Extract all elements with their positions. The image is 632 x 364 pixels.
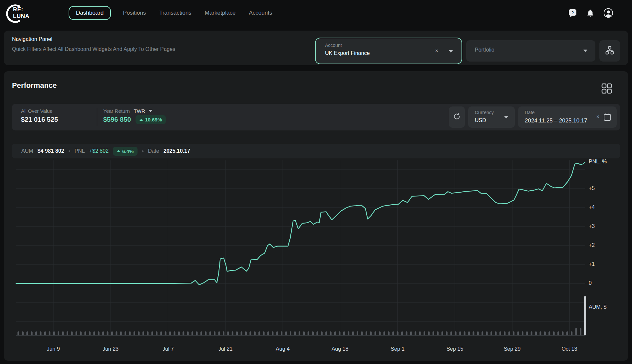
date-range-label: Date: [525, 110, 535, 115]
year-return-label: Year Return: [103, 108, 130, 114]
tab-positions[interactable]: Positions: [122, 6, 147, 20]
arrow-up-icon: [140, 119, 143, 121]
nav-panel-subtitle: Quick Filters Affect All Dashboard Widge…: [12, 46, 175, 52]
nav-panel-title: Navigation Panel: [12, 36, 52, 42]
dot-separator: [69, 150, 70, 152]
account-filter-label: Account: [325, 43, 342, 48]
chart-legend: AUM $4 981 802 PNL +$2 802 6.4% Date 202…: [12, 144, 620, 158]
y-axis-top-label: PNL, %: [589, 159, 607, 164]
tab-transactions[interactable]: Transactions: [158, 6, 193, 20]
account-filter[interactable]: Account UK Export Finance ×: [315, 38, 462, 64]
date-range-field[interactable]: Date 2024.11.25 – 2025.10.17 ×: [518, 106, 617, 128]
performance-widget: Performance All Over Value $21 016 525 Y…: [4, 71, 628, 361]
currency-value: USD: [475, 117, 486, 123]
x-tick: Aug 18: [332, 346, 349, 352]
x-tick: Sep 1: [391, 346, 405, 352]
aum-bars: [16, 296, 586, 335]
portfolio-filter-label: Portfolio: [475, 47, 494, 53]
widget-title: Performance: [12, 81, 57, 90]
refresh-button[interactable]: [449, 106, 465, 128]
account-clear-icon[interactable]: ×: [435, 48, 438, 54]
svg-text:?: ?: [571, 10, 574, 15]
grid-2x2-icon: [601, 90, 613, 95]
year-return-amount: $596 850: [103, 116, 131, 123]
widget-layout-button[interactable]: [601, 83, 613, 94]
stats-bar: All Over Value $21 016 525 Year Return T…: [12, 104, 620, 130]
main-nav-tabs: Dashboard Positions Transactions Marketp…: [69, 6, 273, 20]
portfolio-chevron-down-icon[interactable]: [583, 50, 587, 52]
notifications-icon[interactable]: [585, 8, 595, 18]
dot-separator: [142, 150, 144, 152]
y-tick: +2: [589, 242, 595, 248]
y-tick: +5: [589, 185, 595, 191]
date-clear-icon[interactable]: ×: [596, 114, 599, 120]
currency-label: Currency: [475, 110, 494, 115]
legend-pnl-change-badge: 6.4%: [113, 147, 138, 156]
y-tick: +1: [589, 261, 595, 267]
legend-date-value: 2025.10.17: [163, 148, 190, 154]
x-axis: Jun 9 Jun 23 Jul 7 Jul 21 Aug 4 Aug 18 S…: [47, 346, 577, 352]
pnl-line: [16, 162, 585, 285]
stats-divider: [97, 108, 97, 126]
x-tick: Sep 15: [447, 346, 464, 352]
chart-gridlines: [16, 160, 585, 335]
legend-date-label: Date: [148, 148, 159, 154]
y-tick: +3: [589, 223, 595, 229]
help-icon[interactable]: ?: [567, 8, 577, 18]
return-method-value: TWR: [134, 108, 145, 114]
x-tick: Jul 7: [162, 346, 174, 352]
app-logo[interactable]: RE: LUNA: [4, 3, 34, 24]
refresh-icon: [453, 112, 461, 122]
legend-aum-label: AUM: [21, 148, 33, 154]
y-tick: 0: [589, 280, 592, 286]
currency-chevron-down-icon: [504, 116, 508, 118]
hierarchy-view-button[interactable]: [599, 40, 620, 62]
legend-pnl-value: +$2 802: [89, 148, 109, 154]
y-axis-bottom-label: AUM, $: [589, 304, 606, 310]
x-tick: Jul 21: [218, 346, 233, 352]
legend-aum-value: $4 981 802: [38, 148, 64, 154]
date-range-value: 2024.11.25 – 2025.10.17: [525, 117, 587, 124]
currency-dropdown[interactable]: Currency USD: [468, 106, 515, 128]
calendar-icon[interactable]: [603, 112, 612, 123]
year-return-change-badge: 10.69%: [136, 115, 166, 124]
y-tick: +4: [589, 204, 595, 210]
return-method-dropdown[interactable]: TWR: [134, 108, 153, 114]
legend-pnl-label: PNL: [75, 148, 85, 154]
org-chart-icon: [605, 45, 615, 57]
x-tick: Sep 29: [504, 346, 521, 352]
x-tick: Oct 13: [561, 346, 577, 352]
logo-wordmark: RE: LUNA: [13, 6, 29, 20]
tab-dashboard[interactable]: Dashboard: [69, 6, 111, 20]
chart-controls: Currency USD Date 2024.11.25 – 2025.10.1…: [449, 106, 617, 128]
performance-chart[interactable]: PNL, % +5 +4 +3 +2 +1 0 AUM, $ Jun 9 Jun…: [12, 158, 620, 356]
arrow-up-icon: [117, 150, 120, 152]
account-chevron-down-icon[interactable]: [449, 50, 453, 53]
x-tick: Aug 4: [276, 346, 290, 352]
all-over-value-label: All Over Value: [21, 108, 58, 114]
all-over-value-amount: $21 016 525: [21, 116, 58, 123]
tab-marketplace[interactable]: Marketplace: [203, 6, 237, 20]
navigation-filters-panel: Navigation Panel Quick Filters Affect Al…: [4, 31, 628, 65]
x-tick: Jun 9: [47, 346, 60, 352]
account-filter-value: UK Export Finance: [325, 50, 370, 56]
return-method-chevron-down-icon: [149, 110, 153, 112]
topbar: RE: LUNA Dashboard Positions Transaction…: [0, 0, 632, 27]
profile-avatar-icon[interactable]: [603, 8, 613, 18]
tab-accounts[interactable]: Accounts: [247, 6, 273, 20]
topbar-icons: ?: [567, 8, 613, 18]
year-return-stat: Year Return TWR $596 850 10.69%: [103, 108, 166, 124]
x-tick: Jun 23: [103, 346, 119, 352]
y-axis-right: PNL, % +5 +4 +3 +2 +1 0 AUM, $: [589, 159, 607, 310]
portfolio-filter[interactable]: Portfolio: [466, 40, 595, 62]
all-over-value-stat: All Over Value $21 016 525: [21, 108, 58, 123]
